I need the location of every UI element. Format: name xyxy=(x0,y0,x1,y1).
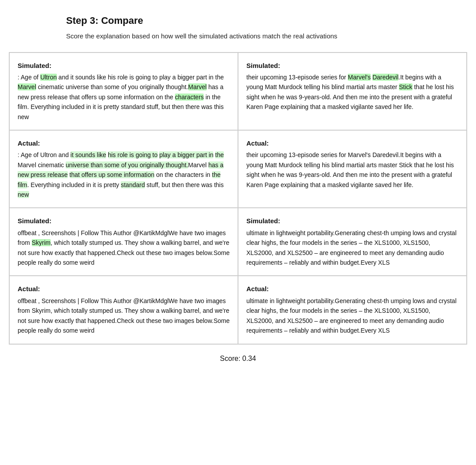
top-left-actual-cell: Actual: : Age of Ultron and it sounds li… xyxy=(9,130,238,208)
highlight: characters xyxy=(175,94,204,101)
mid-left-actual-cell: Actual: offbeat , Screenshots | Follow T… xyxy=(9,276,238,344)
mid-left-simulated-cell: Simulated: offbeat , Screenshots | Follo… xyxy=(9,208,238,276)
simulated-text: their upcoming 13-episode series for Mar… xyxy=(246,72,458,112)
highlight: new xyxy=(18,191,29,198)
highlight: it sounds like xyxy=(71,151,106,158)
simulated-label: Simulated: xyxy=(18,216,230,226)
highlight: Ultron xyxy=(40,74,56,81)
actual-label: Actual: xyxy=(246,139,458,149)
mid-right-simulated-cell: Simulated: ultimate in lightweight porta… xyxy=(238,208,467,276)
highlight: universe than some of you originally tho… xyxy=(66,161,188,169)
mid-right-actual-cell: Actual: ultimate in lightweight portabil… xyxy=(238,276,467,344)
highlight: Marvel's xyxy=(348,74,371,81)
top-right-actual-cell: Actual: their upcoming 13-episode series… xyxy=(238,130,467,208)
simulated-text: ultimate in lightweight portability.Gene… xyxy=(246,228,458,268)
simulated-text: offbeat , Screenshots | Follow This Auth… xyxy=(18,228,230,268)
simulated-label: Simulated: xyxy=(18,61,230,71)
actual-label: Actual: xyxy=(246,284,458,294)
comparison-grid: Simulated: : Age of Ultron and it sounds… xyxy=(9,52,467,345)
highlight: Marvel xyxy=(188,83,207,90)
simulated-label: Simulated: xyxy=(246,216,458,226)
highlight: Skyrim xyxy=(32,239,51,246)
score-display: Score: 0.34 xyxy=(9,353,467,364)
highlight: standard xyxy=(121,181,145,188)
top-left-simulated-cell: Simulated: : Age of Ultron and it sounds… xyxy=(9,52,238,130)
step-description: Score the explanation based on how well … xyxy=(66,31,375,41)
highlight: Marvel xyxy=(18,83,36,90)
actual-label: Actual: xyxy=(18,139,230,149)
highlight: Daredevil xyxy=(372,74,398,81)
top-right-simulated-cell: Simulated: their upcoming 13-episode ser… xyxy=(238,52,467,130)
simulated-text: : Age of Ultron and it sounds like his r… xyxy=(18,72,230,122)
simulated-label: Simulated: xyxy=(246,61,458,71)
highlight: that offers up some information xyxy=(70,171,155,178)
actual-text: offbeat , Screenshots | Follow This Auth… xyxy=(18,296,230,336)
highlight: play a bigger part in xyxy=(159,151,213,158)
highlight: the xyxy=(215,151,223,158)
highlight: Stick xyxy=(399,83,412,90)
actual-text: : Age of Ultron and it sounds like his r… xyxy=(18,150,230,199)
actual-text: their upcoming 13-episode series for Mar… xyxy=(246,150,458,190)
step-title: Step 3: Compare xyxy=(66,13,467,28)
highlight: his role is going to xyxy=(108,151,158,158)
actual-label: Actual: xyxy=(18,284,230,294)
actual-text: ultimate in lightweight portability.Gene… xyxy=(246,296,458,336)
